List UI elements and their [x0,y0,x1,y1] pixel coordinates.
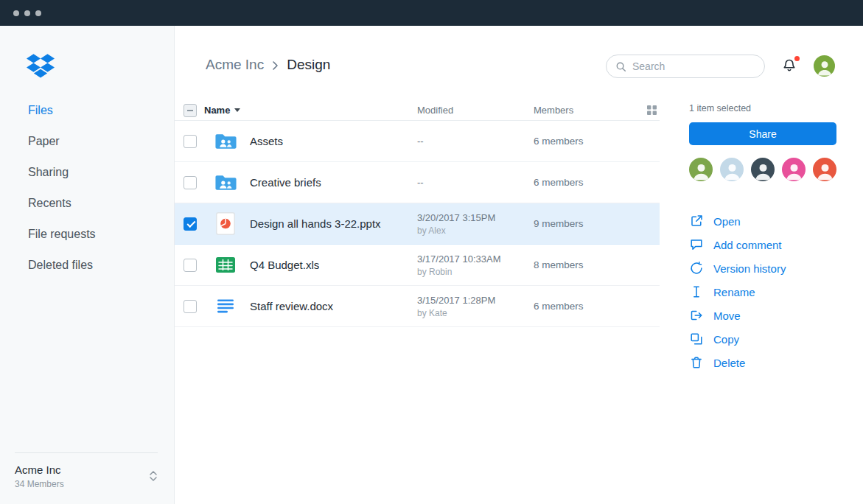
file-action-item[interactable]: Add comment [689,233,836,256]
sidebar-item[interactable]: Recents [28,188,167,219]
breadcrumb-chevron-icon [272,60,279,71]
excel-file-icon [215,256,236,273]
modified-cell: 3/17/2017 10:33AM by Robin [417,253,534,277]
column-name-label: Name [204,105,230,116]
dropbox-logo-icon[interactable] [27,54,55,78]
row-checkbox[interactable] [184,259,197,272]
sidebar-item-label: Files [28,104,53,117]
file-name: Creative briefs [250,176,417,189]
file-action-item[interactable]: Move [689,304,836,327]
person-silhouette-icon [814,160,836,181]
file-action-item[interactable]: Delete [689,351,836,374]
select-all-checkbox[interactable] [184,104,197,117]
modified-date: -- [417,177,534,188]
sort-caret-icon [234,108,240,112]
notifications-bell-icon[interactable] [780,57,800,76]
share-button[interactable]: Share [689,122,836,145]
move-icon [689,308,704,323]
file-action-item[interactable]: Version history [689,256,836,280]
sidebar-item[interactable]: Files [28,95,167,126]
search-input[interactable] [632,60,755,72]
file-action-icon [689,214,704,228]
column-header-members: Members [534,105,644,116]
sidebar-item[interactable]: Sharing [28,157,167,188]
members-cell: 8 members [534,259,644,270]
window-control-dot[interactable] [13,10,19,16]
file-type-icon [213,256,238,273]
file-action-item[interactable]: Open [689,209,836,233]
members-cell: 6 members [534,301,644,312]
word-file-icon [217,299,234,313]
file-type-icon [213,173,238,192]
file-row[interactable]: Q4 Budget.xls 3/17/2017 10:33AM by Robin… [175,245,660,286]
row-checkbox[interactable] [184,217,197,231]
breadcrumb-current: Design [287,57,330,73]
file-action-icon [689,308,704,323]
grid-view-icon[interactable] [647,105,657,115]
file-action-label: Open [713,215,741,228]
members-cell: 6 members [534,177,644,188]
file-action-label: Delete [713,357,745,369]
team-selector[interactable]: Acme Inc 34 Members [15,452,158,504]
file-type-icon [213,212,238,235]
member-avatar[interactable] [689,158,713,181]
team-member-count: 34 Members [15,479,158,489]
delete-icon [689,355,704,370]
user-avatar[interactable] [814,55,835,77]
breadcrumb-parent[interactable]: Acme Inc [206,57,264,73]
file-action-item[interactable]: Rename [689,280,836,304]
file-table: Name Modified Members [175,100,660,327]
file-action-label: Copy [713,333,739,346]
file-name: Staff review.docx [250,300,417,312]
modified-by: by Alex [417,225,534,236]
sidebar-item-label: Sharing [28,166,69,179]
sidebar-item-label: File requests [28,228,96,241]
modified-date: 3/20/2017 3:15PM [417,212,534,223]
modified-by: by Robin [417,267,534,277]
sidebar-item-label: Paper [28,135,60,148]
row-checkbox[interactable] [184,176,197,189]
sidebar-nav: Files Paper Sharing Recents File request… [28,95,167,281]
file-action-icon [689,284,704,299]
copy-icon [689,332,704,346]
file-name: Assets [250,135,417,147]
window-titlebar [0,0,863,26]
person-silhouette-icon [722,160,743,181]
person-silhouette-icon [783,160,805,181]
file-action-icon [689,332,704,346]
modified-by: by Kate [417,308,534,318]
modified-date: -- [417,136,534,147]
sidebar-item[interactable]: Paper [28,126,167,157]
file-row[interactable]: Design all hands 3-22.pptx 3/20/2017 3:1… [175,203,660,245]
notification-dot [794,56,800,61]
sidebar-item-label: Deleted files [28,259,93,272]
file-row[interactable]: Creative briefs -- 6 members [175,162,660,203]
sidebar-item[interactable]: File requests [28,219,167,250]
person-silhouette-icon [691,160,712,181]
file-action-item[interactable]: Copy [689,327,836,351]
rename-icon [689,284,704,299]
member-avatar[interactable] [751,158,775,181]
window-control-dot[interactable] [24,10,30,16]
file-action-label: Add comment [713,239,782,251]
file-row[interactable]: Staff review.docx 3/15/2017 1:28PM by Ka… [175,286,660,327]
member-avatar[interactable] [782,158,806,181]
file-action-icon [689,237,704,252]
member-avatar[interactable] [813,158,836,181]
row-checkbox[interactable] [184,135,197,148]
window-control-dot[interactable] [35,10,41,16]
member-avatars [689,158,836,181]
file-action-icon [689,261,704,276]
powerpoint-file-icon [216,212,235,235]
column-header-name[interactable]: Name [204,105,417,116]
breadcrumb: Acme Inc Design [206,57,330,73]
shared-folder-icon [214,173,237,192]
member-avatar[interactable] [720,158,744,181]
modified-date: 3/15/2017 1:28PM [417,295,534,306]
file-row[interactable]: Assets -- 6 members [175,121,660,162]
sidebar-item[interactable]: Deleted files [28,250,167,281]
row-checkbox[interactable] [184,300,197,313]
open-icon [689,214,704,228]
table-header: Name Modified Members [175,100,660,121]
file-name: Design all hands 3-22.pptx [250,217,417,230]
